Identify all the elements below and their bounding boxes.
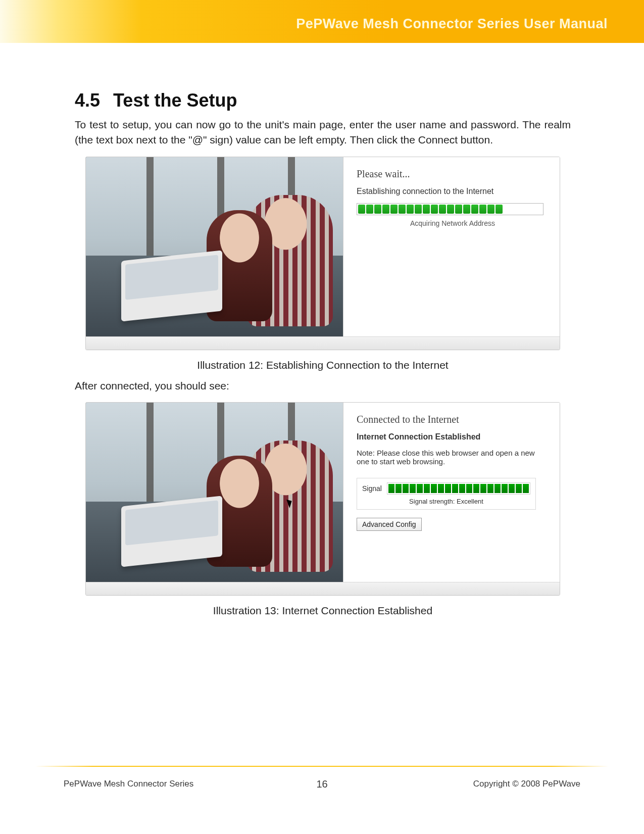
connected-text: Connected to the Internet (357, 414, 549, 425)
connect-panel: Please wait... Establishing connection t… (343, 157, 560, 336)
signal-frame: Signal Signal strength: Excellent (357, 478, 536, 510)
screenshot-footer (86, 336, 560, 350)
caption-2: Illustration 13: Internet Connection Est… (75, 605, 571, 617)
establishing-text: Establishing connection to the Internet (357, 187, 549, 196)
note-text: Note: Please close this web browser and … (357, 449, 549, 466)
screenshot-2: Connected to the Internet Internet Conne… (85, 402, 560, 596)
footer-left: PePWave Mesh Connector Series (64, 779, 193, 789)
screenshot-1: Please wait... Establishing connection t… (85, 157, 560, 350)
signal-bar (387, 482, 530, 495)
caption-1: Illustration 12: Establishing Connection… (75, 359, 571, 371)
footer-right: Copyright © 2008 PePWave (473, 779, 580, 789)
page-number: 16 (316, 778, 327, 790)
advanced-config-button[interactable]: Advanced Config (357, 518, 422, 531)
signal-label: Signal (362, 484, 382, 493)
footer: PePWave Mesh Connector Series 16 Copyrig… (0, 779, 644, 789)
signal-strength: Signal strength: Excellent (362, 498, 530, 505)
footer-divider (35, 766, 609, 767)
please-wait-text: Please wait... (357, 168, 549, 180)
after-connected-text: After connected, you should see: (75, 378, 571, 394)
header-title: PePWave Mesh Connector Series User Manua… (296, 16, 608, 32)
content-area: 4.5 Test the Setup To test to setup, you… (75, 90, 571, 624)
connected-panel: Connected to the Internet Internet Conne… (343, 403, 560, 582)
established-text: Internet Connection Established (357, 432, 549, 441)
progress-bar (357, 203, 543, 215)
page: PePWave Mesh Connector Series User Manua… (0, 0, 644, 834)
screenshot-photo-2 (86, 403, 343, 582)
screenshot-footer-2 (86, 582, 560, 595)
section-heading: 4.5 Test the Setup (75, 90, 571, 111)
section-title: Test the Setup (113, 90, 237, 111)
screenshot-photo (86, 157, 343, 336)
intro-paragraph: To test to setup, you can now go to the … (75, 117, 571, 148)
progress-status: Acquiring Network Address (357, 219, 549, 227)
section-number: 4.5 (75, 90, 100, 111)
